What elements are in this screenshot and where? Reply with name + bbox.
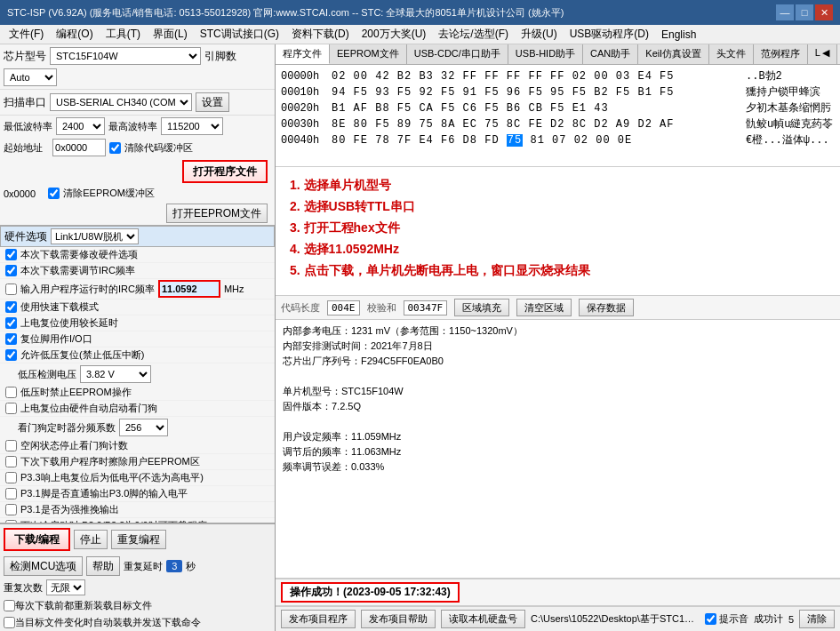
publish-prog-button[interactable]: 发布项目程序 — [281, 610, 356, 628]
instruction-2: 2. 选择USB转TTL串口 — [290, 196, 826, 217]
stop-button[interactable]: 停止 — [74, 530, 108, 549]
cb-8[interactable] — [5, 403, 17, 414]
tab-eeprom-file[interactable]: EEPROM文件 — [330, 44, 407, 64]
cb-row-7: 低压时禁止EEPROM操作 — [0, 385, 275, 401]
tab-keil[interactable]: Keil仿真设置 — [638, 44, 708, 64]
cb-row-9: 空闲状态停止看门狗计数 — [0, 438, 275, 454]
chip-row: 芯片型号 STC15F104W 引脚数 Auto — [0, 44, 275, 90]
cb-4[interactable] — [5, 317, 17, 329]
lp-bottom-row3: 重复次数 无限 — [0, 578, 275, 597]
menu-item-D[interactable]: 资料下载(D) — [286, 25, 355, 44]
menu-item-U[interactable]: 升级(U) — [516, 25, 563, 44]
hex-addr-0: 00000h — [281, 68, 330, 84]
cb-3[interactable] — [5, 301, 17, 313]
cb-1[interactable] — [5, 265, 17, 276]
irc-freq-input[interactable] — [158, 280, 220, 298]
clear-eeprom-label: 清除EEPROM缓冲区 — [63, 187, 155, 200]
publish-help-button[interactable]: 发布项目帮助 — [361, 610, 436, 628]
open-eeprom-button[interactable]: 打开EEPROM文件 — [166, 204, 268, 223]
com-select[interactable]: USB-SERIAL CH340 (COM5) — [50, 93, 192, 111]
settings-button[interactable]: 设置 — [196, 92, 229, 112]
output-line-0: 内部参考电压：1231 mV（参考范围：1150~1320mV） — [283, 323, 833, 339]
cb-label-5: 复位脚用作I/O口 — [20, 332, 92, 346]
watchdog-select[interactable]: 256 — [119, 419, 168, 436]
min-baud-select[interactable]: 2400 — [56, 117, 105, 135]
menu-item-F[interactable]: 文件(F) — [4, 25, 49, 44]
hex-row-4: 00040h 80 FE 78 7F E4 F6 D8 FD 75 81 07 … — [281, 132, 835, 148]
menu-item-F[interactable]: 去论坛/选型(F) — [433, 25, 514, 44]
cb-label-10: 下次下载用户程序时擦除用户EEPROM区 — [20, 455, 200, 468]
repeat-value[interactable]: 3 — [166, 560, 182, 572]
cb-label-9: 空闲状态停止看门狗计数 — [20, 439, 128, 452]
cb-label-1: 本次下载需要调节IRC频率 — [20, 264, 135, 277]
instruction-4: 4. 选择11.0592MHz — [290, 238, 826, 260]
menu-item-U[interactable]: 200万大奖(U) — [356, 25, 432, 44]
cb-7[interactable] — [5, 387, 17, 398]
chip-select[interactable]: STC15F104W — [50, 47, 201, 65]
hex-addr-3: 00030h — [281, 116, 330, 132]
help-button[interactable]: 帮助 — [86, 556, 120, 576]
tip-sound-cb[interactable] — [705, 613, 716, 625]
success-row: 操作成功！(2023-09-05 17:32:43) — [276, 579, 840, 606]
tab-more[interactable]: L ◀ — [808, 44, 838, 64]
cb-2[interactable] — [5, 284, 17, 295]
tab-prog-file[interactable]: 程序文件 — [276, 44, 330, 64]
tab-examples[interactable]: 范例程序 — [754, 44, 808, 64]
start-addr-input1[interactable] — [52, 139, 106, 156]
output-line-3 — [283, 369, 833, 384]
hex-bytes-2: B1 AF B8 F5 CA F5 C6 F5 B6 CB F5 E1 43 — [332, 100, 744, 116]
tab-usb-hid[interactable]: USB-HID助手 — [508, 44, 583, 64]
reload-cb[interactable] — [4, 600, 15, 611]
auto-label: 当目标文件变化时自动装载并发送下载命令 — [15, 616, 201, 629]
open-prog-button[interactable]: 打开程序文件 — [182, 160, 268, 183]
repeat-label: 重复延时 — [124, 560, 163, 573]
cb-label-13: P3.1是否为强推挽输出 — [20, 503, 119, 516]
scan-label: 扫描串口 — [4, 95, 46, 110]
close-button[interactable]: ✕ — [815, 4, 833, 20]
cb-5[interactable] — [5, 333, 17, 345]
voltage-select[interactable]: 3.82 V — [80, 365, 151, 383]
tab-usb-cdc[interactable]: USB-CDC/串口助手 — [407, 44, 508, 64]
menu-item-T[interactable]: 工具(T) — [100, 25, 146, 44]
cb-11[interactable] — [5, 472, 17, 483]
pin-select[interactable]: Auto — [4, 68, 57, 86]
clear-count-button[interactable]: 清除 — [799, 610, 835, 628]
hex-row-3: 00030h 8E 80 F5 89 75 8A EC 75 8C FE D2 … — [281, 116, 835, 132]
tab-header[interactable]: 头文件 — [709, 44, 754, 64]
clear-code-cb[interactable] — [109, 142, 121, 154]
maximize-button[interactable]: □ — [796, 4, 813, 20]
reprogram-button[interactable]: 重复编程 — [111, 530, 166, 549]
clear-eeprom-cb[interactable] — [48, 188, 60, 199]
auto-cb[interactable] — [4, 617, 15, 628]
save-data-button[interactable]: 保存数据 — [579, 299, 634, 316]
cb-13[interactable] — [5, 504, 17, 515]
read-disk-button[interactable]: 读取本机硬盘号 — [441, 610, 525, 628]
minimize-button[interactable]: — — [776, 4, 794, 20]
menu-item-USBD[interactable]: USB驱动程序(D) — [564, 25, 654, 44]
cb-0[interactable] — [5, 249, 17, 260]
menu-item-O[interactable]: 编程(O) — [51, 25, 98, 44]
menu-item-L[interactable]: 界面(L) — [148, 25, 193, 44]
cb-row-12: P3.1脚是否直通输出P3.0脚的输入电平 — [0, 486, 275, 502]
menu-item-English[interactable]: English — [656, 27, 701, 43]
max-baud-select[interactable]: 115200 — [161, 117, 223, 135]
tab-can[interactable]: CAN助手 — [583, 44, 638, 64]
output-line-9: 频率调节误差：0.033% — [283, 459, 833, 475]
watchdog-row: 看门狗定时器分频系数 256 — [0, 417, 275, 438]
menu-item-STCG[interactable]: STC调试接口(G) — [195, 25, 284, 44]
cb-12[interactable] — [5, 488, 17, 499]
hw-tab-select[interactable]: Link1/U8W脱机 程序加密后传输 ID号 《 — [51, 228, 139, 244]
rp-tabs: 程序文件 EEPROM文件 USB-CDC/串口助手 USB-HID助手 CAN… — [276, 44, 840, 65]
open-eeprom-row: 打开EEPROM文件 — [0, 202, 275, 225]
detect-button[interactable]: 检测MCU选项 — [4, 556, 83, 576]
repeat-times-select[interactable]: 无限 — [46, 579, 85, 595]
baud-row: 最低波特率 2400 最高波特率 115200 — [0, 116, 275, 137]
cb-6[interactable] — [5, 349, 17, 361]
title-bar: STC-ISP (V6.92A) (服务电话/销售电话: 0513-550129… — [0, 0, 840, 25]
cb-9[interactable] — [5, 440, 17, 451]
fill-button[interactable]: 区域填充 — [454, 299, 509, 316]
download-button[interactable]: 下载/编程 — [4, 528, 70, 551]
hex-addr-4: 00040h — [281, 132, 330, 148]
clear-area-button[interactable]: 清空区域 — [516, 299, 572, 316]
cb-10[interactable] — [5, 456, 17, 467]
